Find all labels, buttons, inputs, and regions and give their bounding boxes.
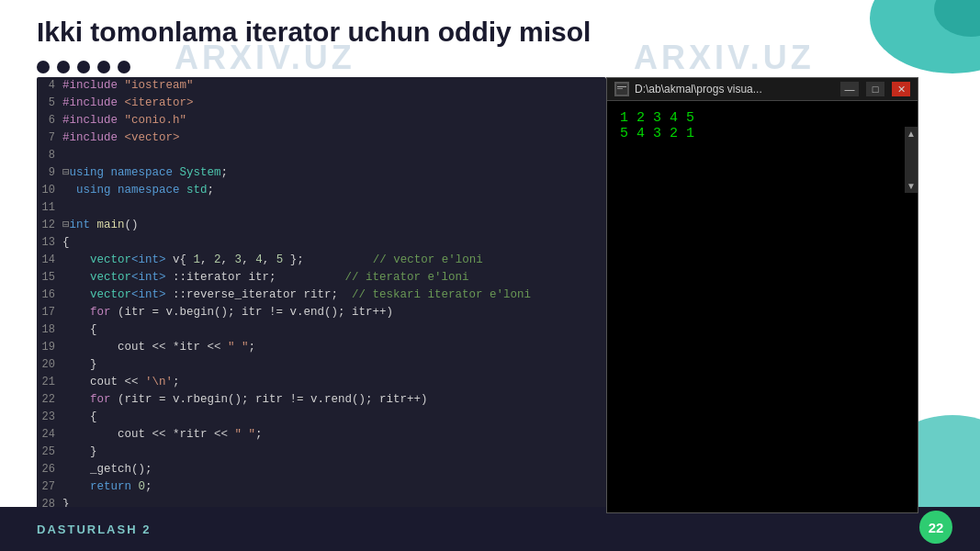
code-line-9: 9⊟using namespace System;	[37, 164, 606, 182]
line-number: 23	[37, 409, 62, 426]
code-line-25: 25 }	[37, 444, 606, 461]
line-number: 18	[37, 321, 62, 339]
code-line-7: 7#include <vector>	[37, 129, 606, 147]
line-content: for (ritr = v.rbegin(); ritr != v.rend()…	[62, 391, 428, 409]
line-content: {	[62, 234, 70, 252]
svg-rect-5	[617, 88, 623, 89]
line-content: vector<int> ::reverse_iterator ritr; // …	[62, 287, 531, 304]
line-content: #include "iostream"	[62, 77, 194, 95]
code-line-20: 20 }	[37, 356, 606, 374]
line-content: #include <iterator>	[62, 95, 194, 112]
dot-5	[118, 61, 130, 73]
main-content: 4#include "iostream"5#include <iterator>…	[0, 77, 980, 513]
line-content: ⊟using namespace System;	[62, 164, 228, 182]
line-number: 19	[37, 339, 62, 356]
code-line-26: 26 _getch();	[37, 461, 606, 478]
code-line-23: 23 {	[37, 409, 606, 426]
line-number: 11	[37, 199, 62, 217]
code-line-16: 16 vector<int> ::reverse_iterator ritr; …	[37, 287, 606, 304]
line-content: ⊟int main()	[62, 217, 139, 234]
svg-rect-4	[617, 86, 626, 87]
console-window: D:\ab\akmal\progs visua... — □ ✕ 1 2 3 4…	[606, 77, 918, 513]
console-maximize-button[interactable]: □	[866, 82, 884, 96]
dot-1	[37, 61, 50, 73]
line-number: 21	[37, 374, 62, 391]
console-output-line-2: 5 4 3 2 1	[620, 126, 905, 141]
line-number: 5	[37, 95, 62, 112]
line-content: cout << *itr << " ";	[62, 339, 255, 356]
code-line-8: 8	[37, 147, 606, 164]
line-number: 13	[37, 234, 62, 252]
line-content	[62, 147, 70, 164]
line-content: #include "conio.h"	[62, 112, 186, 129]
code-line-13: 13{	[37, 234, 606, 252]
console-app-icon	[614, 82, 629, 96]
console-output-text-1: 1 2 3 4 5	[620, 110, 694, 126]
line-number: 15	[37, 269, 62, 287]
code-line-24: 24 cout << *ritr << " ";	[37, 426, 606, 444]
line-content: }	[62, 356, 97, 374]
console-output-text-2: 5 4 3 2 1	[620, 126, 694, 141]
code-line-21: 21 cout << '\n';	[37, 374, 606, 391]
line-number: 20	[37, 356, 62, 374]
line-number: 7	[37, 129, 62, 147]
line-number: 16	[37, 287, 62, 304]
line-content: cout << *ritr << " ";	[62, 426, 263, 444]
code-line-12: 12⊟int main()	[37, 217, 606, 234]
code-editor[interactable]: 4#include "iostream"5#include <iterator>…	[37, 77, 606, 513]
footer: DASTURLASH 2	[0, 507, 980, 551]
scroll-up-arrow: ▲	[907, 129, 916, 139]
line-content: }	[62, 444, 97, 461]
line-number: 14	[37, 252, 62, 269]
line-content: vector<int> v{ 1, 2, 3, 4, 5 }; // vecto…	[62, 252, 483, 269]
line-content: {	[62, 321, 97, 339]
line-number: 10	[37, 182, 62, 199]
line-number: 8	[37, 147, 62, 164]
line-number: 4	[37, 77, 62, 95]
line-content: vector<int> ::iterator itr; // iterator …	[62, 269, 469, 287]
dot-3	[77, 61, 90, 73]
console-output-line-1: 1 2 3 4 5	[620, 110, 905, 126]
code-line-5: 5#include <iterator>	[37, 95, 606, 112]
console-close-button[interactable]: ✕	[892, 82, 910, 96]
line-content: cout << '\n';	[62, 374, 180, 391]
code-line-18: 18 {	[37, 321, 606, 339]
code-line-22: 22 for (ritr = v.rbegin(); ritr != v.ren…	[37, 391, 606, 409]
line-number: 24	[37, 426, 62, 444]
code-line-4: 4#include "iostream"	[37, 77, 606, 95]
code-line-6: 6#include "conio.h"	[37, 112, 606, 129]
console-scrollbar[interactable]: ▲ ▼	[905, 127, 918, 193]
page-header: Ikki tomonlama iterator uchun oddiy miso…	[0, 0, 980, 55]
scroll-down-arrow: ▼	[907, 181, 916, 191]
code-line-11: 11	[37, 199, 606, 217]
line-content: _getch();	[62, 461, 152, 478]
line-number: 12	[37, 217, 62, 234]
code-line-17: 17 for (itr = v.begin(); itr != v.end();…	[37, 304, 606, 321]
line-number: 9	[37, 164, 62, 182]
line-content: for (itr = v.begin(); itr != v.end(); it…	[62, 304, 393, 321]
line-content: {	[62, 409, 97, 426]
dot-4	[97, 61, 110, 73]
line-number: 22	[37, 391, 62, 409]
page-title: Ikki tomonlama iterator uchun oddiy miso…	[37, 17, 943, 48]
line-number: 26	[37, 461, 62, 478]
code-line-10: 10 using namespace std;	[37, 182, 606, 199]
console-title: D:\ab\akmal\progs visua...	[635, 83, 833, 96]
code-line-14: 14 vector<int> v{ 1, 2, 3, 4, 5 }; // ve…	[37, 252, 606, 269]
line-number: 25	[37, 444, 62, 461]
console-titlebar: D:\ab\akmal\progs visua... — □ ✕	[607, 78, 918, 101]
console-body: 1 2 3 4 5 5 4 3 2 1	[607, 101, 918, 193]
code-line-15: 15 vector<int> ::iterator itr; // iterat…	[37, 269, 606, 287]
line-number: 17	[37, 304, 62, 321]
dot-2	[57, 61, 70, 73]
slide-number: 22	[919, 511, 952, 544]
footer-label: DASTURLASH 2	[37, 523, 151, 536]
console-minimize-button[interactable]: —	[840, 82, 859, 96]
line-content: return 0;	[62, 478, 152, 496]
line-content: using namespace std;	[62, 182, 214, 199]
code-line-27: 27 return 0;	[37, 478, 606, 496]
line-content	[62, 199, 70, 217]
line-content: #include <vector>	[62, 129, 180, 147]
line-number: 6	[37, 112, 62, 129]
line-number: 27	[37, 478, 62, 496]
